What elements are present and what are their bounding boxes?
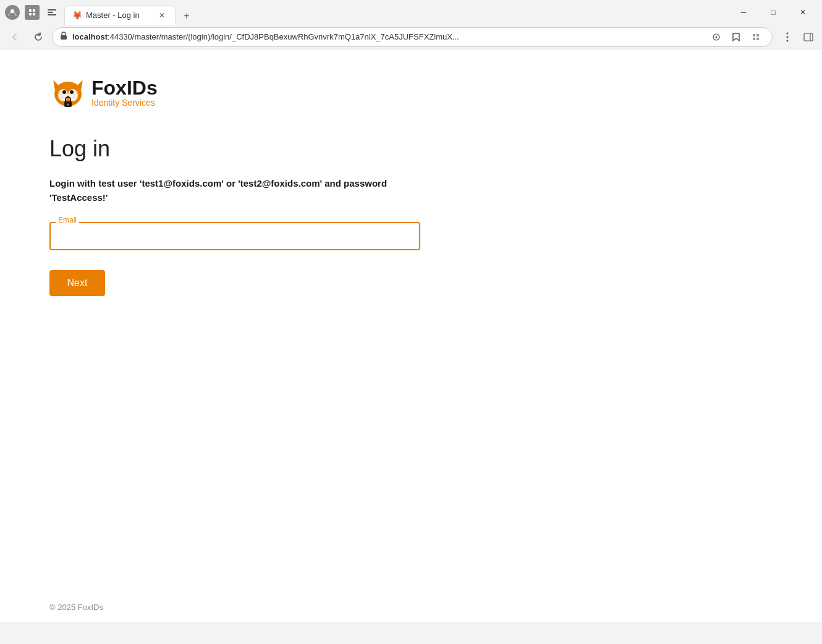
address-path: :44330/master/master/(login)/login/_CfDJ… xyxy=(108,32,459,41)
fox-logo xyxy=(49,74,87,111)
login-heading: Log in xyxy=(49,136,773,162)
tab-close-button[interactable]: ✕ xyxy=(156,10,167,21)
title-bar-left xyxy=(5,5,59,20)
address-bar-row: localhost:44330/master/master/(login)/lo… xyxy=(0,25,822,49)
browser-chrome: 🦊 Master - Log in ✕ + ─ □ ✕ xyxy=(0,0,822,49)
svg-rect-8 xyxy=(61,35,67,40)
window-controls: ─ □ ✕ xyxy=(729,2,817,22)
svg-point-10 xyxy=(716,36,718,38)
tab-favicon: 🦊 xyxy=(72,11,82,20)
address-host: localhost xyxy=(72,32,108,41)
lock-icon xyxy=(60,32,67,42)
title-bar: 🦊 Master - Log in ✕ + ─ □ ✕ xyxy=(0,0,822,25)
svg-rect-1 xyxy=(29,9,32,12)
logo-title: FoxIDs xyxy=(91,78,158,98)
extensions-icon[interactable] xyxy=(25,5,40,20)
email-input[interactable] xyxy=(49,222,420,250)
next-button[interactable]: Next xyxy=(49,270,105,296)
page-footer: © 2025 FoxIDs xyxy=(0,593,822,622)
svg-point-25 xyxy=(67,104,69,106)
logo-area: FoxIDs Identity Services xyxy=(49,74,773,111)
address-bar[interactable]: localhost:44330/master/master/(login)/lo… xyxy=(52,27,773,47)
profile-icon[interactable] xyxy=(5,5,20,20)
logo-text-area: FoxIDs Identity Services xyxy=(91,78,158,108)
new-tab-button[interactable]: + xyxy=(178,7,195,25)
sidebar-toggle-icon[interactable] xyxy=(44,5,59,20)
svg-point-21 xyxy=(62,90,66,94)
bookmark-icon[interactable] xyxy=(727,28,745,46)
svg-rect-14 xyxy=(804,33,813,41)
svg-rect-2 xyxy=(33,9,35,12)
active-tab[interactable]: 🦊 Master - Log in ✕ xyxy=(64,5,176,25)
more-options-button[interactable] xyxy=(779,28,796,46)
svg-point-11 xyxy=(787,32,789,34)
email-field-container: Email xyxy=(49,222,420,250)
collections-icon[interactable] xyxy=(747,28,765,46)
svg-rect-4 xyxy=(33,13,35,15)
page-content: FoxIDs Identity Services Log in Login wi… xyxy=(0,49,822,622)
maximize-button[interactable]: □ xyxy=(759,2,787,22)
svg-rect-3 xyxy=(29,13,32,15)
refresh-button[interactable] xyxy=(28,27,48,47)
svg-rect-7 xyxy=(48,14,56,15)
svg-rect-5 xyxy=(48,9,56,11)
address-bar-actions xyxy=(708,28,765,46)
sidebar-panel-icon[interactable] xyxy=(800,28,817,46)
email-label: Email xyxy=(56,216,79,224)
svg-point-12 xyxy=(787,36,789,38)
minimize-button[interactable]: ─ xyxy=(729,2,758,22)
reader-view-icon[interactable] xyxy=(708,28,725,46)
hint-text: Login with test user 'test1@foxids.com' … xyxy=(49,177,408,205)
page-body: FoxIDs Identity Services Log in Login wi… xyxy=(0,49,822,593)
address-text: localhost:44330/master/master/(login)/lo… xyxy=(72,32,703,41)
svg-rect-6 xyxy=(48,12,53,13)
logo-subtitle: Identity Services xyxy=(91,98,158,108)
close-button[interactable]: ✕ xyxy=(789,2,817,22)
copyright-text: © 2025 FoxIDs xyxy=(49,603,103,612)
svg-point-13 xyxy=(787,40,789,41)
svg-point-22 xyxy=(70,90,74,94)
back-button[interactable] xyxy=(5,27,25,47)
tab-title: Master - Log in xyxy=(86,11,153,20)
